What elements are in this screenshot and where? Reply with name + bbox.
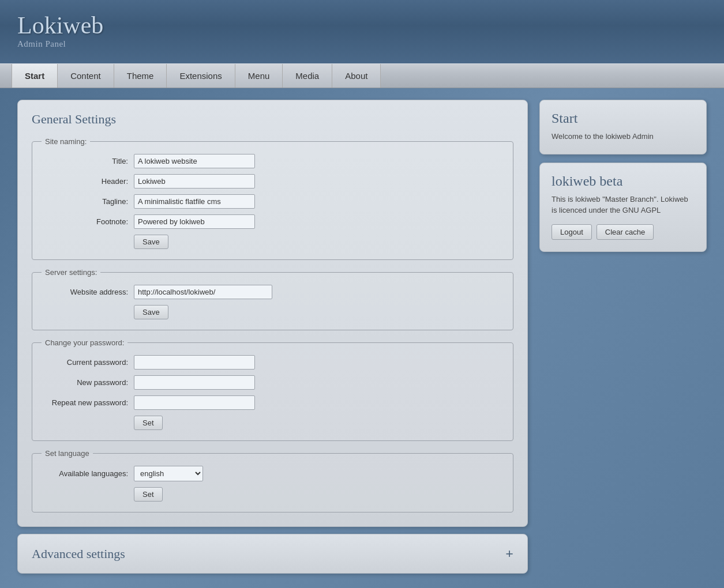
site-naming-fieldset: Site naming: Title: Header: Tagline: Foo… bbox=[32, 137, 513, 260]
advanced-settings-card[interactable]: Advanced settings + bbox=[17, 534, 528, 574]
language-set-button[interactable]: Set bbox=[134, 487, 163, 502]
right-panel: Start Welcome to the lokiweb Admin lokiw… bbox=[539, 100, 707, 252]
website-address-input[interactable] bbox=[134, 285, 272, 299]
repeat-password-row: Repeat new password: bbox=[42, 395, 504, 410]
site-naming-save-row: Save bbox=[42, 235, 504, 249]
advanced-settings-title: Advanced settings bbox=[32, 546, 125, 561]
main-content: General Settings Site naming: Title: Hea… bbox=[0, 88, 724, 585]
footnote-label: Footnote: bbox=[42, 217, 134, 226]
general-settings-title: General Settings bbox=[32, 112, 513, 127]
title-label: Title: bbox=[42, 157, 134, 165]
expand-icon: + bbox=[505, 546, 513, 561]
nav-item-menu[interactable]: Menu bbox=[235, 64, 283, 88]
website-address-label: Website address: bbox=[42, 288, 134, 296]
server-settings-legend: Server settings: bbox=[42, 268, 100, 277]
nav-item-extensions[interactable]: Extensions bbox=[167, 64, 235, 88]
title-input[interactable] bbox=[134, 154, 255, 168]
footnote-row: Footnote: bbox=[42, 214, 504, 229]
set-language-fieldset: Set language Available languages: englis… bbox=[32, 449, 513, 512]
nav-item-media[interactable]: Media bbox=[283, 64, 332, 88]
beta-card: lokiweb beta This is lokiweb "Master Bra… bbox=[539, 163, 707, 252]
new-password-row: New password: bbox=[42, 375, 504, 390]
nav-item-content[interactable]: Content bbox=[58, 64, 114, 88]
site-title: Lokiweb bbox=[17, 12, 103, 39]
clear-cache-button[interactable]: Clear cache bbox=[597, 224, 654, 240]
new-password-input[interactable] bbox=[134, 375, 255, 390]
website-address-row: Website address: bbox=[42, 285, 504, 299]
header-label: Header: bbox=[42, 177, 134, 186]
language-select[interactable]: english german french spanish bbox=[134, 466, 203, 481]
site-naming-legend: Site naming: bbox=[42, 137, 90, 146]
tagline-row: Tagline: bbox=[42, 194, 504, 209]
logout-button[interactable]: Logout bbox=[552, 224, 592, 240]
change-password-legend: Change your password: bbox=[42, 338, 127, 347]
new-password-label: New password: bbox=[42, 378, 134, 387]
current-password-row: Current password: bbox=[42, 355, 504, 370]
header: Lokiweb Admin Panel bbox=[0, 0, 724, 63]
repeat-password-input[interactable] bbox=[134, 395, 255, 410]
header-input[interactable] bbox=[134, 174, 255, 189]
server-save-button[interactable]: Save bbox=[134, 305, 168, 319]
language-set-row: Set bbox=[42, 487, 504, 502]
header-row: Header: bbox=[42, 174, 504, 189]
general-settings-card: General Settings Site naming: Title: Hea… bbox=[17, 100, 528, 527]
current-password-label: Current password: bbox=[42, 358, 134, 367]
title-row: Title: bbox=[42, 154, 504, 168]
site-subtitle: Admin Panel bbox=[17, 39, 103, 49]
change-password-fieldset: Change your password: Current password: … bbox=[32, 338, 513, 441]
available-languages-row: Available languages: english german fren… bbox=[42, 466, 504, 481]
navigation: Start Content Theme Extensions Menu Medi… bbox=[0, 63, 724, 88]
available-languages-label: Available languages: bbox=[42, 469, 134, 478]
tagline-input[interactable] bbox=[134, 194, 255, 209]
repeat-password-label: Repeat new password: bbox=[42, 398, 134, 407]
beta-card-text: This is lokiweb "Master Branch". Lokiweb… bbox=[552, 194, 695, 216]
server-settings-fieldset: Server settings: Website address: Save bbox=[32, 268, 513, 330]
nav-item-start[interactable]: Start bbox=[12, 64, 58, 88]
beta-card-title: lokiweb beta bbox=[552, 174, 695, 189]
nav-item-about[interactable]: About bbox=[332, 64, 381, 88]
start-card-text: Welcome to the lokiweb Admin bbox=[552, 131, 695, 142]
set-language-legend: Set language bbox=[42, 449, 93, 458]
start-card-title: Start bbox=[552, 111, 695, 126]
password-set-button[interactable]: Set bbox=[134, 416, 163, 430]
tagline-label: Tagline: bbox=[42, 197, 134, 206]
site-naming-save-button[interactable]: Save bbox=[134, 235, 168, 249]
left-panel: General Settings Site naming: Title: Hea… bbox=[17, 100, 528, 574]
server-save-row: Save bbox=[42, 305, 504, 319]
nav-item-theme[interactable]: Theme bbox=[114, 64, 167, 88]
password-set-row: Set bbox=[42, 416, 504, 430]
current-password-input[interactable] bbox=[134, 355, 255, 370]
beta-card-buttons: Logout Clear cache bbox=[552, 224, 695, 240]
start-card: Start Welcome to the lokiweb Admin bbox=[539, 100, 707, 154]
footnote-input[interactable] bbox=[134, 214, 255, 229]
